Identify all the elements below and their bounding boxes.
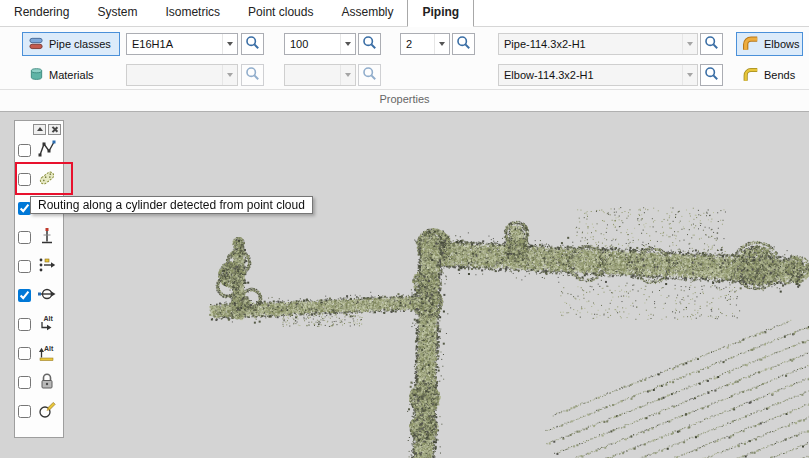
route-polyline-icon <box>37 139 57 162</box>
chevron-down-icon <box>340 65 355 85</box>
diameter-value: 100 <box>285 38 340 50</box>
magnifier-icon <box>245 35 260 53</box>
pipe-component-search-button[interactable] <box>700 33 723 55</box>
magnifier-icon <box>704 35 719 53</box>
tab-isometrics[interactable]: Isometrics <box>151 0 234 26</box>
diameter-search-button[interactable] <box>358 33 381 55</box>
toolbar-row-7: Alt <box>15 310 63 339</box>
chevron-down-icon[interactable] <box>682 34 697 54</box>
pipe-class-search-button[interactable] <box>241 33 264 55</box>
viewport: AltAlt Routing along a cylinder detected… <box>0 112 809 458</box>
route-polyline-button[interactable] <box>34 138 60 164</box>
chevron-down-icon <box>222 65 237 85</box>
toolbar-row-6 <box>15 281 63 310</box>
material-combo-2[interactable] <box>284 64 356 86</box>
toolbar-row-9 <box>15 368 63 397</box>
collapse-icon <box>37 127 43 131</box>
pipe-classes-label: Pipe classes <box>49 38 111 50</box>
magnifier-icon <box>362 35 377 53</box>
toolbar-row-5 <box>15 252 63 281</box>
toolbar-row-4 <box>15 223 63 252</box>
chevron-down-icon[interactable] <box>682 65 697 85</box>
tooltip: Routing along a cylinder detected from p… <box>30 196 313 214</box>
ribbon-properties-group: Pipe classes E16H1A 100 2 Pipe-114.3x2-H… <box>0 27 809 112</box>
points-to-arrow-icon <box>37 255 57 278</box>
toolbar-checkbox-8[interactable] <box>18 347 31 360</box>
lock-icon <box>37 371 57 394</box>
svg-text:Alt: Alt <box>44 345 54 352</box>
close-icon <box>51 126 58 133</box>
alt-down-icon: Alt <box>37 313 57 336</box>
routing-toolbar: AltAlt <box>14 120 64 438</box>
route-cylinder-from-pointcloud-button[interactable] <box>34 167 60 193</box>
arrow-through-ring-button[interactable] <box>34 283 60 309</box>
materials-icon <box>29 67 44 84</box>
vertical-support-icon <box>37 226 57 249</box>
tab-piping[interactable]: Piping <box>407 0 474 27</box>
tab-system[interactable]: System <box>83 0 151 26</box>
pipe-class-combo[interactable]: E16H1A <box>126 33 238 55</box>
toolbar-checkbox-10[interactable] <box>18 405 31 418</box>
arrow-through-ring-icon <box>37 284 57 307</box>
elbow-icon <box>743 36 759 53</box>
toolbar-checkbox-1[interactable] <box>18 144 31 157</box>
elbows-button[interactable]: Elbows <box>736 32 803 56</box>
pipe-component-value: Pipe-114.3x2-H1 <box>499 38 682 50</box>
toolbar-rows: AltAlt <box>15 136 63 426</box>
material-search-button-2[interactable] <box>358 64 381 86</box>
index-combo[interactable]: 2 <box>400 33 450 55</box>
toolbar-checkbox-2[interactable] <box>18 173 31 186</box>
pipe-classes-icon <box>29 36 44 53</box>
vertical-support-button[interactable] <box>34 225 60 251</box>
bends-button[interactable]: Bends <box>736 63 803 87</box>
toolbar-row-1 <box>15 136 63 165</box>
toolbar-row-10 <box>15 397 63 426</box>
toolbar-checkbox-6[interactable] <box>18 289 31 302</box>
collapse-toolbar-button[interactable] <box>33 124 46 135</box>
magnifier-icon <box>245 66 260 84</box>
point-cloud-canvas[interactable] <box>0 112 809 458</box>
application-window: Rendering System Isometrics Point clouds… <box>0 0 809 458</box>
diameter-combo[interactable]: 100 <box>284 33 356 55</box>
material-combo-1[interactable] <box>126 64 238 86</box>
tab-assembly[interactable]: Assembly <box>327 0 407 26</box>
bend-icon <box>743 67 759 84</box>
points-to-arrow-button[interactable] <box>34 254 60 280</box>
elbow-component-value: Elbow-114.3x2-H1 <box>499 69 682 81</box>
pipe-class-value: E16H1A <box>127 38 222 50</box>
material-search-button-1[interactable] <box>241 64 264 86</box>
toolbar-checkbox-7[interactable] <box>18 318 31 331</box>
route-cylinder-from-pointcloud-icon <box>37 168 57 191</box>
pipe-classes-button[interactable]: Pipe classes <box>22 32 120 56</box>
chevron-down-icon[interactable] <box>340 34 355 54</box>
elbow-component-combo[interactable]: Elbow-114.3x2-H1 <box>498 64 698 86</box>
alt-down-button[interactable]: Alt <box>34 312 60 338</box>
chevron-down-icon[interactable] <box>434 34 449 54</box>
edit-circle-button[interactable] <box>34 399 60 425</box>
alt-up-button[interactable]: Alt <box>34 341 60 367</box>
svg-text:Alt: Alt <box>44 315 54 322</box>
index-value: 2 <box>401 38 434 50</box>
elbow-component-search-button[interactable] <box>700 64 723 86</box>
index-search-button[interactable] <box>452 33 475 55</box>
chevron-down-icon[interactable] <box>222 34 237 54</box>
ribbon-group-caption: Properties <box>0 89 809 111</box>
materials-label: Materials <box>49 69 94 81</box>
magnifier-icon <box>362 66 377 84</box>
tab-rendering[interactable]: Rendering <box>0 0 83 26</box>
toolbar-row-8: Alt <box>15 339 63 368</box>
magnifier-icon <box>456 35 471 53</box>
edit-circle-icon <box>37 400 57 423</box>
pipe-component-combo[interactable]: Pipe-114.3x2-H1 <box>498 33 698 55</box>
close-toolbar-button[interactable] <box>48 124 61 135</box>
ribbon-tab-bar: Rendering System Isometrics Point clouds… <box>0 0 809 27</box>
toolbar-checkbox-4[interactable] <box>18 231 31 244</box>
toolbar-header <box>15 121 63 136</box>
toolbar-checkbox-5[interactable] <box>18 260 31 273</box>
toolbar-row-2 <box>15 165 63 194</box>
toolbar-checkbox-9[interactable] <box>18 376 31 389</box>
tab-point-clouds[interactable]: Point clouds <box>234 0 327 26</box>
elbows-label: Elbows <box>764 38 799 50</box>
lock-button[interactable] <box>34 370 60 396</box>
materials-button[interactable]: Materials <box>22 63 120 87</box>
